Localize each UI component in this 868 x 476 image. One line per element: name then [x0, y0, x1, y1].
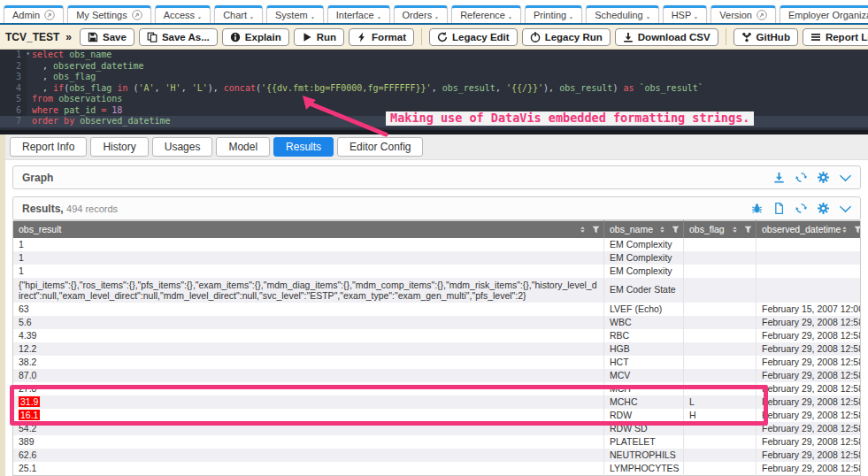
sort-icon[interactable]: [579, 226, 587, 234]
cell-obs-name: WBC: [604, 316, 684, 329]
menu-icon: [197, 15, 202, 19]
popout-icon[interactable]: [132, 10, 142, 20]
explain-button[interactable]: Explain: [222, 28, 289, 46]
column-header-obs-flag[interactable]: obs_flag: [684, 221, 757, 238]
column-header-observed-datetime[interactable]: observed_datetime: [757, 221, 861, 238]
nav-tab-access[interactable]: Access: [155, 5, 211, 23]
button-label: Run: [317, 32, 336, 42]
cell-obs-flag: [684, 265, 757, 278]
breadcrumb-chevron[interactable]: »: [65, 31, 72, 43]
save-as-button[interactable]: Save As...: [139, 28, 218, 46]
tab-model[interactable]: Model: [216, 137, 270, 157]
legacy-run-button[interactable]: Legacy Run: [522, 28, 611, 46]
nav-tab-hsp[interactable]: HSP: [663, 5, 708, 23]
line-number: 2: [0, 61, 27, 73]
sql-editor[interactable]: 1▾select obs_name2 , observed_datetime3 …: [0, 50, 868, 134]
button-label: Explain: [245, 32, 281, 42]
chevron-down-icon[interactable]: [840, 203, 851, 214]
tab-label: Usages: [165, 141, 201, 153]
tab-report-info[interactable]: Report Info: [10, 137, 87, 157]
funnel-icon[interactable]: [744, 226, 752, 234]
download-csv-button[interactable]: Download CSV: [615, 28, 718, 46]
results-table: obs_resultobs_nameobs_flagobserved_datet…: [12, 220, 861, 476]
column-header-obs-result[interactable]: obs_result: [13, 221, 604, 238]
cell-obs-name: LYMPHOCYTES: [604, 462, 684, 476]
results-panel[interactable]: Results, 494 records: [12, 196, 861, 220]
nav-tab-system[interactable]: System: [266, 5, 324, 23]
code-text: , observed_datetime: [27, 61, 143, 73]
results-record-count: 494 records: [66, 203, 118, 214]
funnel-icon[interactable]: [592, 226, 600, 234]
menu-icon: [434, 15, 439, 19]
cell-obs-name: HCT: [604, 356, 684, 369]
graph-panel[interactable]: Graph: [12, 165, 861, 189]
cell-obs-result: 1: [13, 251, 604, 265]
nav-tab-label: Scheduling: [595, 10, 642, 20]
sort-icon[interactable]: [841, 226, 849, 234]
code-text: order by observed_datetime: [27, 116, 171, 127]
report-list-button[interactable]: Report List: [803, 28, 868, 46]
refresh-icon[interactable]: [795, 172, 807, 183]
nav-tab-label: Admin: [12, 10, 40, 20]
button-label: GitHub: [757, 32, 790, 42]
toolbar-divider: [421, 28, 422, 45]
button-label: Save As...: [162, 32, 210, 42]
cell-observed-datetime: February 29, 2008 12:58 PM: [757, 382, 861, 395]
save-as-icon: [147, 32, 157, 42]
tab-results[interactable]: Results: [273, 137, 334, 157]
cell-obs-result: 38.2: [13, 356, 604, 369]
play-icon: [302, 32, 312, 42]
nav-tab-admin[interactable]: Admin: [4, 5, 64, 23]
gear-icon[interactable]: [818, 172, 829, 183]
format-button[interactable]: Format: [349, 28, 414, 46]
table-row: 62.6NEUTROPHILSFebruary 29, 2008 12:58 P…: [13, 449, 861, 462]
nav-tab-interface[interactable]: Interface: [327, 5, 390, 23]
funnel-icon[interactable]: [854, 226, 862, 234]
nav-tab-employer-organizations[interactable]: Employer Organizations: [780, 5, 868, 23]
cell-obs-result: 27.8: [13, 382, 604, 395]
nav-tab-scheduling[interactable]: Scheduling: [586, 5, 658, 23]
editor-line: 2 , observed_datetime: [0, 61, 868, 73]
cell-obs-result: {"hpi_items":{},"ros_items":{},"pfs_item…: [13, 278, 604, 303]
cell-observed-datetime: February 29, 2008 12:58 PM: [757, 369, 861, 382]
cell-obs-flag: [684, 251, 757, 265]
run-button[interactable]: Run: [294, 28, 344, 46]
table-row: 1EM Complexity: [13, 251, 861, 265]
nav-tab-orders[interactable]: Orders: [394, 5, 449, 23]
table-row: 54.2RDW SDFebruary 29, 2008 12:58 PM: [13, 422, 861, 435]
tab-usages[interactable]: Usages: [152, 137, 213, 157]
gear-icon[interactable]: [818, 203, 829, 214]
cell-obs-result: 16.1: [13, 409, 604, 422]
download-icon[interactable]: [773, 172, 785, 183]
nav-tab-version[interactable]: Version: [711, 5, 776, 23]
nav-tab-chart[interactable]: Chart: [214, 5, 263, 23]
cell-obs-flag: [684, 382, 757, 395]
power-icon: [530, 32, 541, 42]
popout-icon[interactable]: [757, 10, 767, 20]
flagged-value: 31.9: [19, 396, 40, 407]
toolbar-divider: [726, 28, 726, 45]
refresh-icon[interactable]: [795, 203, 807, 214]
chevron-down-icon[interactable]: [840, 172, 851, 183]
fold-caret-icon[interactable]: ▾: [26, 49, 30, 60]
sort-icon[interactable]: [731, 226, 739, 234]
tab-history[interactable]: History: [90, 137, 148, 157]
legacy-edit-button[interactable]: Legacy Edit: [429, 28, 518, 46]
popout-icon[interactable]: [44, 10, 55, 20]
funnel-icon[interactable]: [672, 226, 680, 234]
column-header-obs-name[interactable]: obs_name: [604, 221, 684, 238]
line-number: 6: [0, 105, 27, 117]
github-button[interactable]: GitHub: [734, 28, 798, 46]
nav-tab-label: Orders: [403, 10, 433, 20]
file-icon[interactable]: [773, 203, 785, 214]
tab-label: Editor Config: [350, 141, 411, 153]
nav-tab-reference[interactable]: Reference: [451, 5, 521, 23]
nav-tab-printing[interactable]: Printing: [525, 5, 582, 23]
sort-icon[interactable]: [658, 226, 666, 234]
tab-editor-config[interactable]: Editor Config: [337, 137, 423, 157]
menu-icon: [569, 15, 573, 19]
bug-icon[interactable]: [751, 203, 763, 214]
save-button[interactable]: Save: [80, 28, 134, 46]
nav-tab-my-settings[interactable]: My Settings: [67, 5, 150, 23]
results-panel-icons: [751, 203, 851, 214]
